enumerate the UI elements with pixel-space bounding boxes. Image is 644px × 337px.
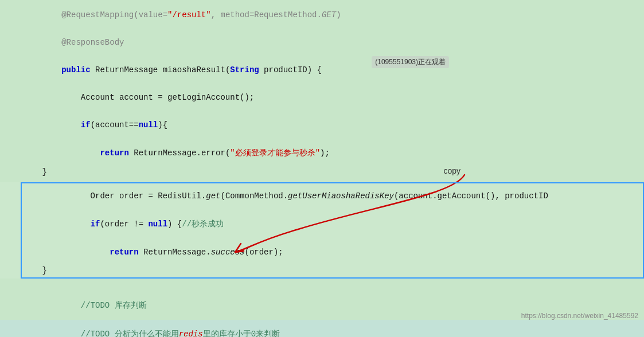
code-line-2: @ResponseBody (0, 29, 644, 56)
code-line-10: return ReturnMessage.success(order); (0, 238, 644, 266)
code-line-5: if(account==null){ (0, 111, 644, 139)
code-line-3: public ReturnMessage miaoshaResult(Strin… (0, 56, 644, 84)
watermark-text: https://blog.csdn.net/weixin_41485592 (521, 312, 638, 320)
code-line-9: if(order != null) {//秒杀成功 (0, 210, 644, 238)
code-line-14: //TODO 分析为什么不能用redis里的库存小于0来判断 (0, 320, 644, 337)
code-line-12 (0, 279, 644, 291)
code-line-7: } (0, 167, 644, 180)
code-line-1: @RequestMapping(value="/result", method=… (0, 1, 644, 29)
code-line-6: return ReturnMessage.error("必须登录才能参与秒杀")… (0, 139, 644, 167)
code-editor: @RequestMapping(value="/result", method=… (0, 0, 644, 337)
copy-label[interactable]: copy (443, 166, 460, 175)
code-line-8: Order order = RedisUtil.get(CommonMethod… (0, 182, 644, 210)
code-line-11: } (0, 266, 644, 279)
observer-badge: (1095551903)正在观着 (372, 56, 449, 68)
code-line-4: Account account = getLoginAccount(); (0, 84, 644, 111)
